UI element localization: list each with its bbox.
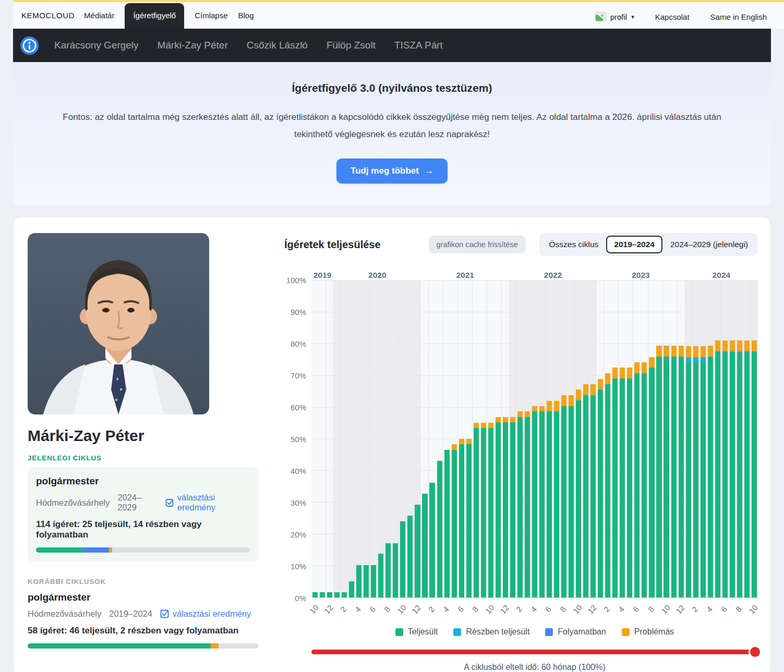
bar-month-49[interactable] xyxy=(671,280,677,597)
bar-month-25[interactable] xyxy=(496,280,501,597)
bar-month-15[interactable] xyxy=(422,280,427,597)
bar-month-14[interactable] xyxy=(415,280,420,597)
language-link[interactable]: Same in English xyxy=(710,13,767,21)
bar-month-47[interactable] xyxy=(656,280,661,597)
x-tick-label: 6 xyxy=(540,601,557,618)
legend-swatch xyxy=(545,628,553,636)
x-tick-label: 4 xyxy=(701,601,718,618)
nav-item-csozik-laszlo[interactable]: Csőzik László xyxy=(247,40,308,51)
bar-month-11[interactable] xyxy=(393,280,398,597)
tab-igeretfigyelo[interactable]: Ígéretfigyelő xyxy=(125,3,184,29)
bar-month-39[interactable] xyxy=(598,280,603,597)
bar-month-40[interactable] xyxy=(605,280,610,597)
bar-month-10[interactable] xyxy=(385,280,391,597)
slider-handle[interactable] xyxy=(750,647,760,657)
bar-month-30[interactable] xyxy=(532,280,537,597)
bar-month-54[interactable] xyxy=(708,280,713,597)
bar-month-55[interactable] xyxy=(715,280,720,597)
bar-month-24[interactable] xyxy=(488,280,493,597)
tab-blog[interactable]: Blog xyxy=(233,11,259,29)
nav-item-tisza-part[interactable]: TISZA Párt xyxy=(394,40,443,51)
bar-month-46[interactable] xyxy=(649,280,654,597)
legend-item-folyamatban[interactable]: Folyamatban xyxy=(545,627,606,637)
brand-kemocloud[interactable]: KEMOCLOUD xyxy=(21,11,79,29)
tab-all-cycles[interactable]: Összes ciklus xyxy=(542,236,606,253)
bar-month-45[interactable] xyxy=(642,280,647,597)
learn-more-button[interactable]: Tudj meg többet → xyxy=(336,158,448,184)
refresh-cache-button[interactable]: grafikon cache frissítése xyxy=(429,236,526,253)
bar-month-56[interactable] xyxy=(722,280,728,597)
bar-month-8[interactable] xyxy=(371,280,376,597)
profile-menu[interactable]: profil ▾ xyxy=(595,12,634,21)
bar-month-17[interactable] xyxy=(437,280,442,597)
bar-month-59[interactable] xyxy=(744,280,750,597)
bar-month-23[interactable] xyxy=(481,280,486,597)
nav-item-fulop-zsolt[interactable]: Fülöp Zsolt xyxy=(327,40,376,51)
bar-month-43[interactable] xyxy=(627,280,632,597)
bar-month-13[interactable] xyxy=(407,280,413,597)
info-icon[interactable] xyxy=(20,36,39,55)
tab-2019-2024[interactable]: 2019–2024 xyxy=(606,236,662,253)
hero-description: Fontos: az oldal tartalma még szerkeszté… xyxy=(50,108,734,143)
y-tick-label: 10% xyxy=(291,562,306,571)
legend-item-teljesült[interactable]: Teljesült xyxy=(395,627,438,637)
bar-month-44[interactable] xyxy=(634,280,640,597)
bar-month-16[interactable] xyxy=(429,280,435,597)
bar-month-6[interactable] xyxy=(356,280,361,597)
bar-month-36[interactable] xyxy=(576,280,581,597)
tab-2024-2029[interactable]: 2024–2029 (jelenlegi) xyxy=(664,236,755,253)
bar-month-3[interactable] xyxy=(334,280,340,597)
bar-month-37[interactable] xyxy=(583,280,588,597)
bar-month-60[interactable] xyxy=(752,280,757,597)
bar-month-33[interactable] xyxy=(554,280,559,597)
previous-cycle-block: polgármester Hódmezővásárhely 2019–2024 … xyxy=(28,591,258,649)
bar-month-2[interactable] xyxy=(327,280,332,597)
bar-month-26[interactable] xyxy=(503,280,508,597)
elapsed-time-slider[interactable] xyxy=(311,647,758,656)
bar-month-21[interactable] xyxy=(466,280,472,597)
bar-month-38[interactable] xyxy=(590,280,596,597)
bar-month-27[interactable] xyxy=(510,280,515,597)
bar-month-1[interactable] xyxy=(320,280,325,597)
bar-month-41[interactable] xyxy=(612,280,618,597)
election-result-link[interactable]: választási eredmény xyxy=(165,493,250,512)
y-tick-label: 30% xyxy=(291,498,306,507)
legend-item-részben-teljesült[interactable]: Részben teljesült xyxy=(453,627,529,637)
nav-item-marki-zay-peter[interactable]: Márki-Zay Péter xyxy=(158,40,228,51)
bar-month-58[interactable] xyxy=(737,280,742,597)
bar-month-52[interactable] xyxy=(693,280,698,597)
bar-month-5[interactable] xyxy=(349,280,354,597)
bar-month-31[interactable] xyxy=(539,280,545,597)
nav-item-karacsony-gergely[interactable]: Karácsony Gergely xyxy=(54,40,139,51)
bar-month-28[interactable] xyxy=(517,280,523,597)
bar-month-42[interactable] xyxy=(620,280,625,597)
bar-month-18[interactable] xyxy=(444,280,450,597)
x-tick-label: 4 xyxy=(349,601,367,618)
bar-month-12[interactable] xyxy=(400,280,405,597)
bar-month-48[interactable] xyxy=(664,280,669,597)
bar-month-57[interactable] xyxy=(730,280,735,597)
bar-month-19[interactable] xyxy=(452,280,457,597)
legend-item-problémás[interactable]: Problémás xyxy=(622,627,674,637)
tab-mediatar[interactable]: Médiatár xyxy=(79,11,119,29)
bar-month-51[interactable] xyxy=(686,280,691,597)
bar-month-20[interactable] xyxy=(459,280,464,597)
x-tick-label: 6 xyxy=(364,601,381,618)
election-result-link[interactable]: választási eredmény xyxy=(160,609,251,619)
slider-track[interactable] xyxy=(311,650,758,654)
bar-month-29[interactable] xyxy=(525,280,530,597)
bar-month-7[interactable] xyxy=(364,280,369,597)
x-tick-label: 4 xyxy=(613,601,630,618)
contact-link[interactable]: Kapcsolat xyxy=(655,13,690,21)
tab-cimlapse[interactable]: Címlapse xyxy=(189,11,233,29)
bar-month-50[interactable] xyxy=(679,280,684,597)
bar-month-4[interactable] xyxy=(342,280,347,597)
bar-month-34[interactable] xyxy=(561,280,566,597)
bar-month-22[interactable] xyxy=(474,280,479,597)
bar-month-32[interactable] xyxy=(547,280,552,597)
bar-month-53[interactable] xyxy=(701,280,706,597)
x-tick-label: 4 xyxy=(525,601,542,618)
bar-month-9[interactable] xyxy=(378,280,383,597)
bar-month-0[interactable] xyxy=(312,280,318,597)
bar-month-35[interactable] xyxy=(569,280,574,597)
